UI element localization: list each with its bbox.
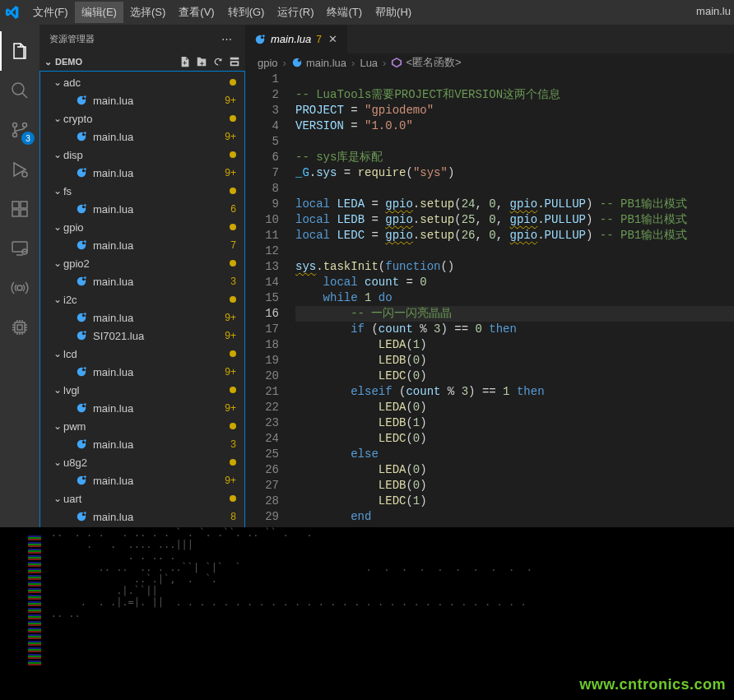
file-main.lua[interactable]: main.lua9+ — [40, 308, 244, 327]
file-main.lua[interactable]: main.lua3 — [40, 272, 244, 290]
extensions-icon — [10, 199, 30, 219]
file-label: main.lua — [93, 511, 133, 523]
folder-disp[interactable]: ⌄disp — [40, 146, 244, 164]
file-main.lua[interactable]: main.lua6 — [40, 200, 244, 218]
git-modified-dot — [230, 423, 236, 429]
file-SI7021.lua[interactable]: SI7021.lua9+ — [40, 327, 244, 345]
menu-terminal[interactable]: 终端(T) — [320, 2, 369, 23]
svg-point-24 — [84, 168, 86, 170]
git-modified-count: 9+ — [225, 366, 236, 378]
git-modified-dot — [230, 79, 236, 86]
root-label: DEMO — [55, 57, 82, 67]
breadcrumb[interactable]: gpio › main.lua › Lua › <匿名函数> — [246, 53, 734, 72]
folder-i2c[interactable]: ⌄i2c — [40, 290, 244, 308]
file-label: main.lua — [93, 312, 133, 324]
collapse-icon[interactable] — [229, 56, 240, 67]
file-main.lua[interactable]: main.lua9+ — [40, 91, 244, 109]
git-modified-dot — [230, 151, 236, 158]
folder-fs[interactable]: ⌄fs — [40, 182, 244, 200]
file-label: main.lua — [93, 203, 133, 216]
activity-chip[interactable] — [0, 308, 39, 347]
svg-point-4 — [23, 123, 27, 127]
lua-file-icon — [75, 510, 88, 523]
file-main.lua[interactable]: main.lua9+ — [40, 127, 244, 146]
sidebar-title: 资源管理器 — [49, 33, 95, 45]
git-modified-count: 9+ — [225, 330, 236, 341]
menu-goto[interactable]: 转到(G) — [221, 2, 272, 23]
activity-remote[interactable] — [0, 229, 39, 268]
watermark: www.cntronics.com — [579, 676, 726, 693]
new-file-icon[interactable] — [179, 56, 191, 67]
activity-scm[interactable]: 3 — [0, 110, 39, 150]
bc-folder[interactable]: gpio — [258, 57, 278, 69]
folder-u8g2[interactable]: ⌄u8g2 — [40, 453, 244, 471]
menu-select[interactable]: 选择(S) — [123, 2, 172, 23]
svg-rect-7 — [12, 210, 19, 216]
activity-explorer[interactable] — [0, 31, 39, 71]
git-modified-count: 6 — [230, 203, 236, 215]
folder-uart[interactable]: ⌄uart — [40, 489, 244, 508]
chevron-down-icon: ⌄ — [52, 76, 63, 88]
file-main.lua[interactable]: main.lua7 — [40, 236, 244, 254]
activity-debug[interactable] — [0, 150, 39, 189]
file-main.lua[interactable]: main.lua9+ — [40, 363, 244, 381]
file-main.lua[interactable]: main.lua3 — [40, 435, 244, 453]
file-main.lua[interactable]: main.lua8 — [40, 508, 244, 526]
chevron-down-icon: ⌄ — [52, 113, 63, 124]
lua-file-icon — [75, 202, 88, 216]
svg-point-5 — [22, 172, 27, 177]
monitor-icon — [10, 239, 30, 258]
menu-edit[interactable]: 编辑(E) — [75, 2, 123, 23]
menu-help[interactable]: 帮助(H) — [369, 2, 418, 23]
tab-main-lua[interactable]: main.lua 7 ✕ — [246, 25, 348, 53]
svg-rect-6 — [12, 202, 19, 208]
refresh-icon[interactable] — [212, 56, 224, 67]
chevron-down-icon: ⌄ — [52, 294, 63, 305]
file-main.lua[interactable]: main.lua9+ — [40, 164, 244, 182]
folder-label: i2c — [63, 294, 77, 306]
chevron-down-icon: ⌄ — [44, 57, 52, 67]
svg-rect-10 — [12, 242, 27, 252]
bc-symbol[interactable]: <匿名函数> — [406, 55, 461, 70]
activity-search[interactable] — [0, 71, 39, 110]
chevron-right-icon: › — [351, 57, 355, 69]
tab-close-icon[interactable]: ✕ — [327, 31, 339, 47]
git-modified-dot — [230, 296, 236, 303]
folder-label: gpio2 — [63, 257, 90, 270]
svg-line-1 — [22, 93, 27, 98]
lua-file-icon — [75, 239, 88, 252]
chip-icon — [10, 318, 30, 337]
folder-lvgl[interactable]: ⌄lvgl — [40, 381, 244, 399]
svg-point-57 — [262, 35, 265, 37]
lua-file-icon — [291, 57, 303, 68]
bc-file[interactable]: main.lua — [306, 57, 346, 69]
activity-live[interactable] — [0, 268, 39, 308]
menu-file[interactable]: 文件(F) — [26, 2, 75, 23]
sidebar-root[interactable]: ⌄ DEMO — [39, 53, 245, 71]
folder-crypto[interactable]: ⌄crypto — [40, 109, 244, 127]
file-label: main.lua — [93, 276, 133, 288]
new-folder-icon[interactable] — [196, 56, 207, 67]
file-label: main.lua — [93, 95, 133, 107]
play-bug-icon — [10, 160, 30, 179]
folder-lcd[interactable]: ⌄lcd — [40, 345, 244, 363]
file-main.lua[interactable]: main.lua9+ — [40, 399, 244, 417]
lua-file-icon — [75, 311, 88, 324]
folder-gpio2[interactable]: ⌄gpio2 — [40, 254, 244, 272]
bc-lang[interactable]: Lua — [360, 57, 378, 69]
folder-adc[interactable]: ⌄adc — [40, 73, 244, 91]
folder-gpio[interactable]: ⌄gpio — [40, 218, 244, 236]
sidebar-more-icon[interactable]: ⋯ — [218, 33, 235, 45]
lua-file-icon — [75, 130, 88, 143]
svg-point-27 — [84, 204, 86, 206]
menu-run[interactable]: 运行(R) — [271, 2, 320, 23]
file-main.lua[interactable]: main.lua9+ — [40, 471, 244, 489]
folder-label: pwm — [63, 420, 86, 433]
folder-label: lvgl — [63, 384, 80, 396]
activity-extensions[interactable] — [0, 189, 39, 229]
chevron-right-icon: › — [383, 57, 386, 69]
menu-view[interactable]: 查看(V) — [172, 2, 221, 23]
svg-point-0 — [12, 83, 24, 95]
file-label: main.lua — [93, 131, 133, 143]
folder-pwm[interactable]: ⌄pwm — [40, 417, 244, 435]
